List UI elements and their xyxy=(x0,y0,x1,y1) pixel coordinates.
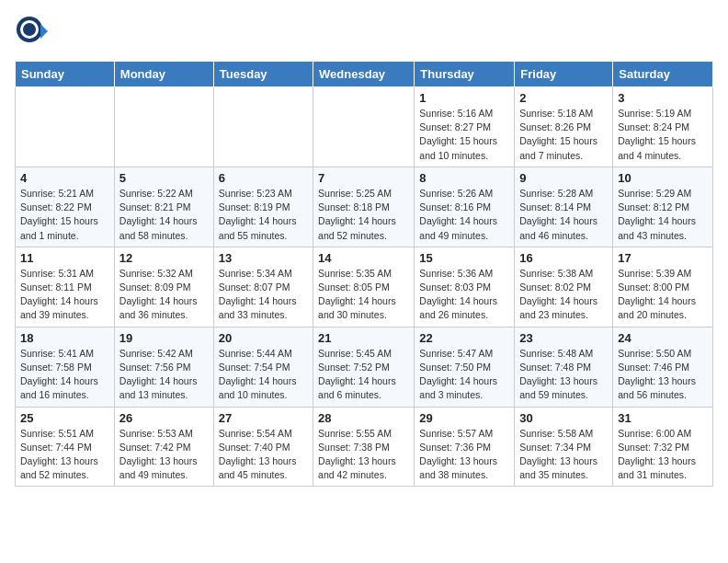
day-number: 28 xyxy=(318,411,409,425)
day-cell: 24Sunrise: 5:50 AMSunset: 7:46 PMDayligh… xyxy=(613,327,713,407)
day-number: 24 xyxy=(618,331,708,345)
week-row-5: 25Sunrise: 5:51 AMSunset: 7:44 PMDayligh… xyxy=(16,407,713,487)
day-number: 16 xyxy=(519,251,608,265)
day-number: 19 xyxy=(119,331,209,345)
day-number: 7 xyxy=(318,171,409,185)
day-info: Sunrise: 5:34 AMSunset: 8:07 PMDaylight:… xyxy=(219,267,308,323)
col-header-friday: Friday xyxy=(515,62,613,87)
header-row: SundayMondayTuesdayWednesdayThursdayFrid… xyxy=(16,62,713,87)
day-info: Sunrise: 5:35 AMSunset: 8:05 PMDaylight:… xyxy=(318,267,409,323)
day-number: 31 xyxy=(618,411,708,425)
day-cell: 23Sunrise: 5:48 AMSunset: 7:48 PMDayligh… xyxy=(515,327,613,407)
day-cell: 10Sunrise: 5:29 AMSunset: 8:12 PMDayligh… xyxy=(613,167,713,247)
day-number: 22 xyxy=(419,331,509,345)
day-number: 9 xyxy=(519,171,608,185)
svg-point-2 xyxy=(23,23,36,36)
day-info: Sunrise: 5:53 AMSunset: 7:42 PMDaylight:… xyxy=(119,427,209,483)
day-number: 26 xyxy=(119,411,209,425)
day-cell: 14Sunrise: 5:35 AMSunset: 8:05 PMDayligh… xyxy=(313,247,415,327)
day-cell: 16Sunrise: 5:38 AMSunset: 8:02 PMDayligh… xyxy=(515,247,613,327)
col-header-tuesday: Tuesday xyxy=(213,62,313,87)
day-cell: 1Sunrise: 5:16 AMSunset: 8:27 PMDaylight… xyxy=(415,87,515,167)
day-info: Sunrise: 5:18 AMSunset: 8:26 PMDaylight:… xyxy=(519,107,608,163)
col-header-sunday: Sunday xyxy=(16,62,115,87)
calendar-table: SundayMondayTuesdayWednesdayThursdayFrid… xyxy=(15,61,713,487)
day-info: Sunrise: 5:39 AMSunset: 8:00 PMDaylight:… xyxy=(618,267,708,323)
day-info: Sunrise: 5:32 AMSunset: 8:09 PMDaylight:… xyxy=(119,267,209,323)
day-cell: 30Sunrise: 5:58 AMSunset: 7:34 PMDayligh… xyxy=(515,407,613,487)
svg-marker-3 xyxy=(40,24,48,39)
day-number: 13 xyxy=(219,251,308,265)
day-info: Sunrise: 5:19 AMSunset: 8:24 PMDaylight:… xyxy=(618,107,708,163)
day-cell: 11Sunrise: 5:31 AMSunset: 8:11 PMDayligh… xyxy=(16,247,115,327)
day-cell: 13Sunrise: 5:34 AMSunset: 8:07 PMDayligh… xyxy=(213,247,313,327)
day-number: 25 xyxy=(20,411,109,425)
day-number: 8 xyxy=(419,171,509,185)
day-cell: 17Sunrise: 5:39 AMSunset: 8:00 PMDayligh… xyxy=(613,247,713,327)
day-number: 4 xyxy=(20,171,109,185)
day-number: 3 xyxy=(618,91,708,105)
day-info: Sunrise: 5:36 AMSunset: 8:03 PMDaylight:… xyxy=(419,267,509,323)
day-cell: 15Sunrise: 5:36 AMSunset: 8:03 PMDayligh… xyxy=(415,247,515,327)
col-header-monday: Monday xyxy=(114,62,213,87)
day-info: Sunrise: 5:57 AMSunset: 7:36 PMDaylight:… xyxy=(419,427,509,483)
col-header-wednesday: Wednesday xyxy=(313,62,415,87)
day-number: 23 xyxy=(519,331,608,345)
week-row-4: 18Sunrise: 5:41 AMSunset: 7:58 PMDayligh… xyxy=(16,327,713,407)
day-cell: 21Sunrise: 5:45 AMSunset: 7:52 PMDayligh… xyxy=(313,327,415,407)
day-cell: 12Sunrise: 5:32 AMSunset: 8:09 PMDayligh… xyxy=(114,247,213,327)
day-info: Sunrise: 5:23 AMSunset: 8:19 PMDaylight:… xyxy=(219,187,308,243)
day-number: 11 xyxy=(20,251,109,265)
day-number: 1 xyxy=(419,91,509,105)
day-cell xyxy=(313,87,415,167)
day-cell: 3Sunrise: 5:19 AMSunset: 8:24 PMDaylight… xyxy=(613,87,713,167)
day-info: Sunrise: 5:29 AMSunset: 8:12 PMDaylight:… xyxy=(618,187,708,243)
day-number: 2 xyxy=(519,91,608,105)
day-info: Sunrise: 5:50 AMSunset: 7:46 PMDaylight:… xyxy=(618,347,708,403)
day-cell: 31Sunrise: 6:00 AMSunset: 7:32 PMDayligh… xyxy=(613,407,713,487)
day-number: 21 xyxy=(318,331,409,345)
day-number: 29 xyxy=(419,411,509,425)
col-header-saturday: Saturday xyxy=(613,62,713,87)
logo-icon xyxy=(15,15,48,48)
day-info: Sunrise: 5:45 AMSunset: 7:52 PMDaylight:… xyxy=(318,347,409,403)
day-info: Sunrise: 5:25 AMSunset: 8:18 PMDaylight:… xyxy=(318,187,409,243)
day-cell: 8Sunrise: 5:26 AMSunset: 8:16 PMDaylight… xyxy=(415,167,515,247)
day-number: 30 xyxy=(519,411,608,425)
week-row-2: 4Sunrise: 5:21 AMSunset: 8:22 PMDaylight… xyxy=(16,167,713,247)
day-number: 14 xyxy=(318,251,409,265)
day-number: 17 xyxy=(618,251,708,265)
day-info: Sunrise: 5:54 AMSunset: 7:40 PMDaylight:… xyxy=(219,427,308,483)
day-info: Sunrise: 5:31 AMSunset: 8:11 PMDaylight:… xyxy=(20,267,109,323)
day-info: Sunrise: 5:21 AMSunset: 8:22 PMDaylight:… xyxy=(20,187,109,243)
day-info: Sunrise: 5:41 AMSunset: 7:58 PMDaylight:… xyxy=(20,347,109,403)
day-cell: 18Sunrise: 5:41 AMSunset: 7:58 PMDayligh… xyxy=(16,327,115,407)
day-cell: 26Sunrise: 5:53 AMSunset: 7:42 PMDayligh… xyxy=(114,407,213,487)
day-cell xyxy=(16,87,115,167)
day-cell: 29Sunrise: 5:57 AMSunset: 7:36 PMDayligh… xyxy=(415,407,515,487)
logo xyxy=(15,15,50,52)
day-cell: 9Sunrise: 5:28 AMSunset: 8:14 PMDaylight… xyxy=(515,167,613,247)
day-info: Sunrise: 6:00 AMSunset: 7:32 PMDaylight:… xyxy=(618,427,708,483)
day-cell: 22Sunrise: 5:47 AMSunset: 7:50 PMDayligh… xyxy=(415,327,515,407)
day-cell: 4Sunrise: 5:21 AMSunset: 8:22 PMDaylight… xyxy=(16,167,115,247)
day-cell xyxy=(213,87,313,167)
day-info: Sunrise: 5:55 AMSunset: 7:38 PMDaylight:… xyxy=(318,427,409,483)
day-info: Sunrise: 5:26 AMSunset: 8:16 PMDaylight:… xyxy=(419,187,509,243)
day-info: Sunrise: 5:22 AMSunset: 8:21 PMDaylight:… xyxy=(119,187,209,243)
day-info: Sunrise: 5:16 AMSunset: 8:27 PMDaylight:… xyxy=(419,107,509,163)
day-info: Sunrise: 5:58 AMSunset: 7:34 PMDaylight:… xyxy=(519,427,608,483)
day-number: 20 xyxy=(219,331,308,345)
day-info: Sunrise: 5:38 AMSunset: 8:02 PMDaylight:… xyxy=(519,267,608,323)
day-cell: 27Sunrise: 5:54 AMSunset: 7:40 PMDayligh… xyxy=(213,407,313,487)
day-cell: 2Sunrise: 5:18 AMSunset: 8:26 PMDaylight… xyxy=(515,87,613,167)
day-info: Sunrise: 5:48 AMSunset: 7:48 PMDaylight:… xyxy=(519,347,608,403)
day-cell xyxy=(114,87,213,167)
day-cell: 20Sunrise: 5:44 AMSunset: 7:54 PMDayligh… xyxy=(213,327,313,407)
day-info: Sunrise: 5:44 AMSunset: 7:54 PMDaylight:… xyxy=(219,347,308,403)
col-header-thursday: Thursday xyxy=(415,62,515,87)
day-info: Sunrise: 5:51 AMSunset: 7:44 PMDaylight:… xyxy=(20,427,109,483)
day-number: 12 xyxy=(119,251,209,265)
day-number: 15 xyxy=(419,251,509,265)
day-cell: 5Sunrise: 5:22 AMSunset: 8:21 PMDaylight… xyxy=(114,167,213,247)
